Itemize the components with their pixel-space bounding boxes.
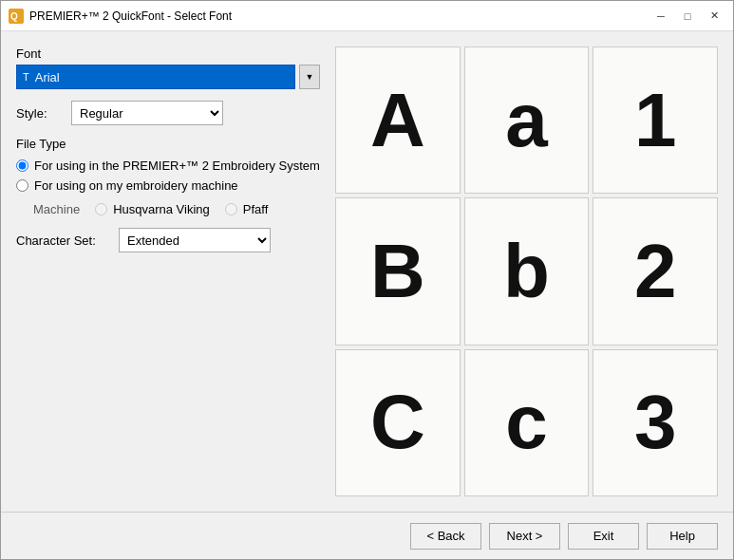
radio-embroidery[interactable] xyxy=(16,159,28,172)
title-bar: Q PREMIER+™ 2 QuickFont - Select Font ─ … xyxy=(1,1,733,31)
window-title: PREMIER+™ 2 QuickFont - Select Font xyxy=(29,9,649,23)
svg-text:Q: Q xyxy=(10,11,18,22)
radio-machine[interactable] xyxy=(16,179,28,192)
radio-pfaff[interactable] xyxy=(225,203,237,215)
machine-group: Machine Husqvarna Viking Pfaff xyxy=(31,202,320,216)
preview-cell: B xyxy=(335,197,461,345)
window-controls: ─ □ ✕ xyxy=(649,7,725,26)
radio-machine-item: For using on my embroidery machine xyxy=(16,178,320,193)
preview-cell: 3 xyxy=(593,349,718,496)
footer: < Back Next > Exit Help xyxy=(1,512,733,559)
filetype-label: File Type xyxy=(16,137,320,151)
radio-embroidery-item: For using in the PREMIER+™ 2 Embroidery … xyxy=(16,159,320,173)
back-button[interactable]: < Back xyxy=(410,523,481,550)
charset-row: Character Set: Extended Standard Custom xyxy=(16,228,320,252)
preview-cell: 1 xyxy=(593,47,718,194)
radio-embroidery-label: For using in the PREMIER+™ 2 Embroidery … xyxy=(34,159,320,173)
preview-cell: c xyxy=(464,349,590,496)
preview-cell: a xyxy=(464,47,590,194)
exit-button[interactable]: Exit xyxy=(568,523,639,550)
preview-cell: C xyxy=(335,349,461,496)
radio-pfaff-item: Pfaff xyxy=(225,202,269,216)
radio-machine-label: For using on my embroidery machine xyxy=(34,178,238,193)
font-dropdown-button[interactable]: ▼ xyxy=(299,65,320,89)
radio-group: For using in the PREMIER+™ 2 Embroidery … xyxy=(16,159,320,216)
font-value: Arial xyxy=(35,70,60,84)
font-input-row: T Arial ▼ xyxy=(16,65,320,89)
preview-cell: A xyxy=(335,47,461,194)
minimize-button[interactable]: ─ xyxy=(649,7,672,26)
font-display[interactable]: T Arial xyxy=(16,65,295,89)
close-button[interactable]: ✕ xyxy=(703,7,725,26)
help-button[interactable]: Help xyxy=(647,523,718,550)
next-button[interactable]: Next > xyxy=(489,523,560,550)
radio-pfaff-label: Pfaff xyxy=(243,202,269,216)
style-label: Style: xyxy=(16,106,64,121)
radio-husqvarna-item: Husqvarna Viking xyxy=(95,202,210,216)
filetype-group: File Type For using in the PREMIER+™ 2 E… xyxy=(16,137,320,216)
left-panel: Font T Arial ▼ Style: Regular Bold Ita xyxy=(16,47,320,496)
maximize-button[interactable]: □ xyxy=(676,7,699,26)
main-window: Q PREMIER+™ 2 QuickFont - Select Font ─ … xyxy=(0,0,734,560)
font-group: Font T Arial ▼ xyxy=(16,47,320,89)
style-row: Style: Regular Bold Italic Bold Italic xyxy=(16,101,320,125)
font-label: Font xyxy=(16,47,320,61)
radio-husqvarna-label: Husqvarna Viking xyxy=(113,202,210,216)
preview-grid: Aa1Bb2Cc3 xyxy=(335,47,718,496)
preview-cell: 2 xyxy=(593,197,718,345)
charset-label: Character Set: xyxy=(16,233,111,248)
charset-group: Character Set: Extended Standard Custom xyxy=(16,228,320,252)
charset-select[interactable]: Extended Standard Custom xyxy=(119,228,271,252)
content-area: Font T Arial ▼ Style: Regular Bold Ita xyxy=(1,31,733,512)
style-group: Style: Regular Bold Italic Bold Italic xyxy=(16,101,320,125)
preview-cell: b xyxy=(464,197,590,345)
style-select[interactable]: Regular Bold Italic Bold Italic xyxy=(71,101,223,125)
font-icon: T xyxy=(23,71,29,83)
machine-label: Machine xyxy=(33,202,80,216)
radio-husqvarna[interactable] xyxy=(95,203,107,215)
app-icon: Q xyxy=(9,9,24,24)
